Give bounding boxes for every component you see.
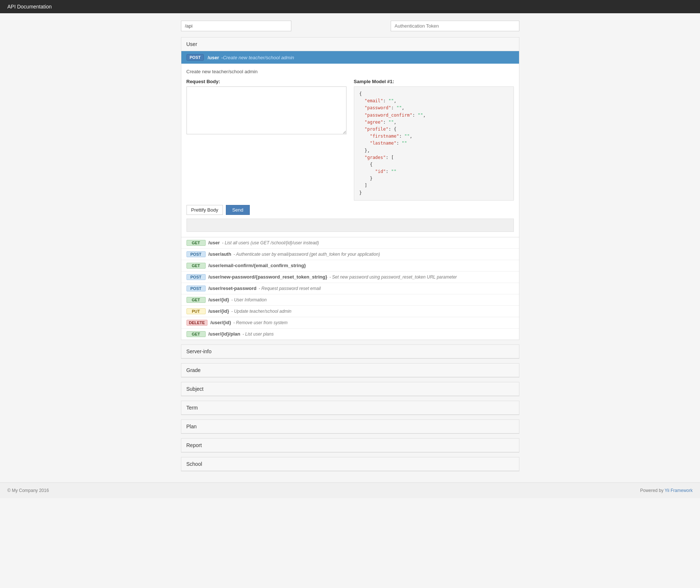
prettify-button[interactable]: Prettify Body bbox=[186, 205, 223, 215]
section-header-3[interactable]: Term bbox=[181, 401, 519, 415]
row-desc-2: - Authenticate user by email/password (g… bbox=[234, 252, 380, 257]
section-grade: Grade bbox=[181, 363, 519, 378]
endpoint-row-post-auth[interactable]: POST /user/auth - Authenticate user by e… bbox=[181, 249, 519, 260]
row-desc-6: - User Information bbox=[231, 297, 267, 302]
main-content: User POST /user - Create new teacher/sch… bbox=[174, 21, 527, 471]
get-badge-1: GET bbox=[186, 240, 206, 246]
post-badge-5: POST bbox=[186, 286, 206, 291]
post-user-endpoint-header[interactable]: POST /user - Create new teacher/school a… bbox=[181, 51, 519, 64]
row-desc-4: - Set new password using password_reset_… bbox=[329, 274, 457, 280]
row-desc-7: - Update teacher/school admin bbox=[231, 309, 291, 314]
endpoint-row-post-reset-password[interactable]: POST /user/reset-password - Request pass… bbox=[181, 283, 519, 294]
get-badge-9: GET bbox=[186, 331, 206, 337]
row-desc-9: - List user plans bbox=[242, 332, 274, 337]
yii-framework-link[interactable]: Yii Framework bbox=[665, 488, 693, 493]
section-server-info: Server-info bbox=[181, 344, 519, 359]
row-path-2: /user/auth bbox=[209, 251, 231, 257]
endpoint-body-desc: Create new teacher/school admin bbox=[186, 69, 514, 74]
get-badge-3: GET bbox=[186, 263, 206, 269]
footer: © My Company 2016 Powered by Yii Framewo… bbox=[0, 482, 700, 498]
footer-powered-by: Powered by Yii Framework bbox=[640, 488, 693, 493]
other-sections: Server-infoGradeSubjectTermPlanReportSch… bbox=[181, 344, 519, 471]
section-header-0[interactable]: Server-info bbox=[181, 345, 519, 358]
endpoint-row-get-email-confirm[interactable]: GET /user/email-confirm/{email_confirm_s… bbox=[181, 260, 519, 272]
row-desc-1: - List all users (use GET /school/{id}/u… bbox=[222, 240, 319, 245]
post-badge: POST bbox=[186, 54, 204, 61]
row-path-1: /user bbox=[209, 240, 220, 245]
section-school: School bbox=[181, 457, 519, 471]
section-header-1[interactable]: Grade bbox=[181, 364, 519, 377]
section-header-2[interactable]: Subject bbox=[181, 382, 519, 396]
user-section: User POST /user - Create new teacher/sch… bbox=[181, 37, 519, 340]
section-report: Report bbox=[181, 438, 519, 453]
post-badge-2: POST bbox=[186, 251, 206, 257]
filter-bar bbox=[181, 21, 519, 31]
endpoint-expanded-body: Create new teacher/school admin Request … bbox=[181, 64, 519, 237]
section-subject: Subject bbox=[181, 382, 519, 396]
body-layout: Request Body: Sample Model #1: { "email"… bbox=[186, 79, 514, 201]
row-path-4: /user/new-password/{password_reset_token… bbox=[209, 274, 327, 280]
row-desc-8: - Remove user from system bbox=[233, 320, 287, 325]
request-body-textarea[interactable] bbox=[186, 86, 347, 134]
endpoint-row-get-user-id[interactable]: GET /user/{id} - User Information bbox=[181, 294, 519, 306]
endpoint-row-delete-user-id[interactable]: DELETE /user/{id} - Remove user from sys… bbox=[181, 317, 519, 329]
section-header-4[interactable]: Plan bbox=[181, 420, 519, 433]
get-badge-6: GET bbox=[186, 297, 206, 303]
post-user-endpoint: POST /user - Create new teacher/school a… bbox=[181, 51, 519, 237]
row-path-8: /user/{id} bbox=[210, 320, 231, 325]
sample-model-box: { "email": "", "password": "", "password… bbox=[354, 86, 514, 201]
footer-copyright: © My Company 2016 bbox=[7, 488, 49, 493]
top-nav: API Documentation bbox=[0, 0, 700, 13]
send-button[interactable]: Send bbox=[226, 205, 249, 215]
row-path-3: /user/email-confirm/{email_confirm_strin… bbox=[209, 263, 306, 268]
user-section-label: User bbox=[186, 41, 198, 47]
action-buttons: Prettify Body Send bbox=[186, 205, 514, 215]
endpoint-list: GET /user - List all users (use GET /sch… bbox=[181, 237, 519, 340]
row-path-5: /user/reset-password bbox=[209, 286, 257, 291]
sample-model-label: Sample Model #1: bbox=[354, 79, 514, 84]
endpoint-path: /user bbox=[207, 55, 219, 60]
request-body-section: Request Body: bbox=[186, 79, 347, 201]
row-path-6: /user/{id} bbox=[209, 297, 229, 302]
user-section-header[interactable]: User bbox=[181, 38, 519, 51]
endpoint-row-post-new-password[interactable]: POST /user/new-password/{password_reset_… bbox=[181, 272, 519, 283]
section-header-6[interactable]: School bbox=[181, 457, 519, 471]
row-path-7: /user/{id} bbox=[209, 308, 229, 314]
auth-token-input[interactable] bbox=[391, 21, 519, 31]
section-plan: Plan bbox=[181, 419, 519, 434]
sample-model-section: Sample Model #1: { "email": "", "passwor… bbox=[354, 79, 514, 201]
api-filter-input[interactable] bbox=[181, 21, 291, 31]
section-term: Term bbox=[181, 401, 519, 415]
nav-title: API Documentation bbox=[7, 4, 52, 10]
endpoint-row-get-user[interactable]: GET /user - List all users (use GET /sch… bbox=[181, 237, 519, 249]
section-header-5[interactable]: Report bbox=[181, 439, 519, 452]
endpoint-row-put-user-id[interactable]: PUT /user/{id} - Update teacher/school a… bbox=[181, 306, 519, 317]
endpoint-row-get-user-id-plan[interactable]: GET /user/{id}/plan - List user plans bbox=[181, 329, 519, 340]
response-area bbox=[186, 219, 514, 232]
request-body-label: Request Body: bbox=[186, 79, 347, 84]
row-path-9: /user/{id}/plan bbox=[209, 331, 241, 337]
post-badge-4: POST bbox=[186, 274, 206, 280]
delete-badge-8: DELETE bbox=[186, 320, 207, 326]
put-badge-7: PUT bbox=[186, 308, 206, 314]
endpoint-desc-header: Create new teacher/school admin bbox=[223, 55, 294, 60]
row-desc-5: - Request password reset email bbox=[259, 286, 321, 291]
